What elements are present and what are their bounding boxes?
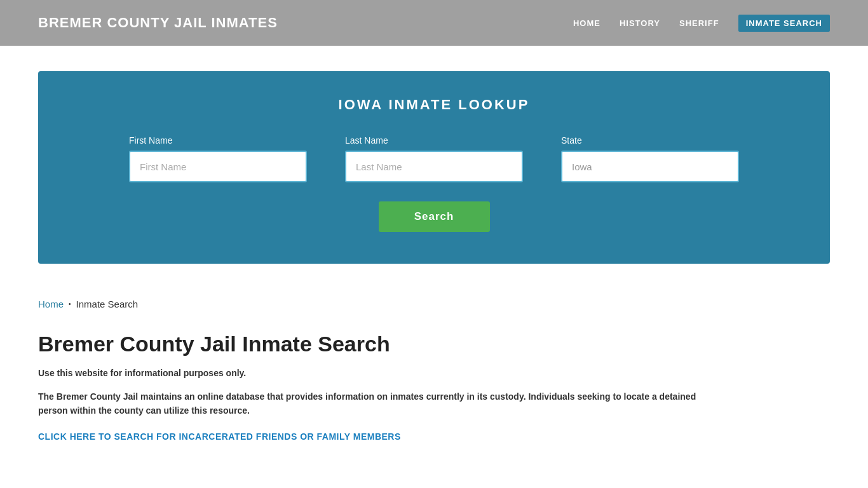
breadcrumb: Home • Inmate Search (0, 289, 868, 319)
search-panel-title: IOWA INMATE LOOKUP (339, 97, 530, 113)
site-title: BREMER COUNTY JAIL INMATES (38, 15, 278, 31)
search-panel: IOWA INMATE LOOKUP First Name Last Name … (38, 71, 830, 264)
main-nav: HOME HISTORY SHERIFF INMATE SEARCH (573, 15, 830, 32)
first-name-group: First Name (129, 135, 307, 182)
search-button[interactable]: Search (379, 201, 490, 232)
breadcrumb-separator: • (69, 301, 71, 308)
page-title: Bremer County Jail Inmate Search (38, 332, 830, 356)
main-content: Bremer County Jail Inmate Search Use thi… (0, 319, 868, 468)
form-fields: First Name Last Name State (76, 135, 792, 182)
last-name-group: Last Name (345, 135, 523, 182)
nav-sheriff[interactable]: SHERIFF (679, 18, 719, 28)
first-name-label: First Name (129, 135, 307, 146)
breadcrumb-home-link[interactable]: Home (38, 299, 64, 309)
nav-inmate-search[interactable]: INMATE SEARCH (738, 15, 830, 32)
state-label: State (561, 135, 739, 146)
nav-history[interactable]: HISTORY (620, 18, 660, 28)
breadcrumb-current: Inmate Search (76, 299, 139, 309)
state-input[interactable] (561, 151, 739, 182)
state-group: State (561, 135, 739, 182)
inmate-search-form: First Name Last Name State Search (76, 135, 792, 232)
last-name-label: Last Name (345, 135, 523, 146)
first-name-input[interactable] (129, 151, 307, 182)
cta-search-link[interactable]: CLICK HERE to Search for Incarcerated Fr… (38, 431, 401, 442)
site-header: BREMER COUNTY JAIL INMATES HOME HISTORY … (0, 0, 868, 46)
info-brief: Use this website for informational purpo… (38, 368, 830, 378)
nav-home[interactable]: HOME (573, 18, 600, 28)
info-paragraph: The Bremer County Jail maintains an onli… (38, 390, 705, 418)
last-name-input[interactable] (345, 151, 523, 182)
